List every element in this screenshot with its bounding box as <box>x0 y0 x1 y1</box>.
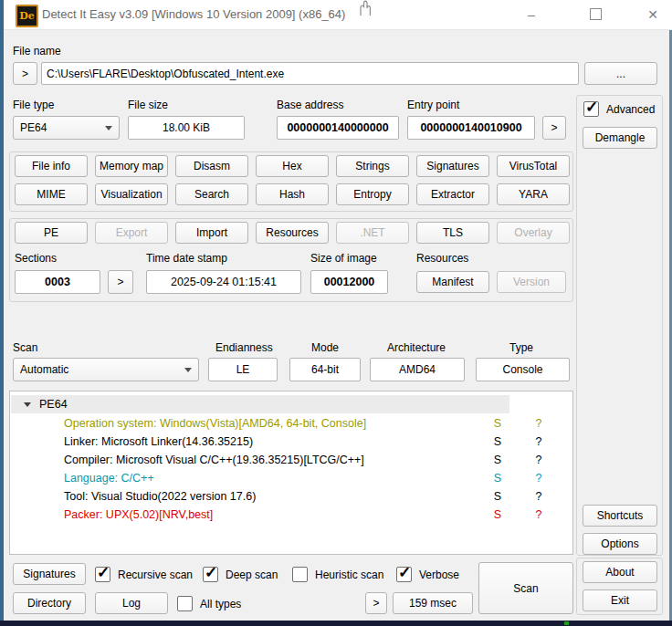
taskbar-artifact <box>564 621 569 625</box>
result-row-linker[interactable]: Linker: Microsoft Linker(14.36.35215) S … <box>11 433 572 451</box>
search-button[interactable]: Search <box>175 183 248 205</box>
yara-button[interactable]: YARA <box>497 183 570 205</box>
maximize-icon[interactable] <box>574 0 616 28</box>
endianness-field[interactable]: LE <box>208 358 278 381</box>
resources-button[interactable]: Resources <box>256 222 329 244</box>
die-logo-icon: De <box>16 5 38 27</box>
shortcuts-button[interactable]: Shortcuts <box>583 505 657 527</box>
resources-label: Resources <box>416 252 468 265</box>
sections-label: Sections <box>15 252 57 265</box>
extractor-button[interactable]: Extractor <box>416 183 489 205</box>
pe-button[interactable]: PE <box>15 222 88 244</box>
deep-scan-checkbox[interactable]: Deep scan <box>203 567 278 582</box>
browse-button[interactable]: ... <box>584 62 657 85</box>
entry-point-field[interactable]: 0000000140010900 <box>407 116 535 140</box>
virustotal-button[interactable]: VirusTotal <box>497 155 570 177</box>
file-path-input[interactable]: C:\Users\FLARE\Desktop\Obfuscated_Intent… <box>41 62 579 85</box>
info-link[interactable]: ? <box>530 508 547 521</box>
result-row-tool[interactable]: Tool: Visual Studio(2022 version 17.6) S… <box>11 487 572 506</box>
log-button[interactable]: Log <box>95 592 168 614</box>
file-size-field[interactable]: 18.00 KiB <box>128 116 245 140</box>
architecture-field[interactable]: AMD64 <box>370 358 465 381</box>
disasm-button[interactable]: Disasm <box>175 155 248 177</box>
result-row-os[interactable]: Operation system: Windows(Vista)[AMD64, … <box>11 414 572 433</box>
exit-button[interactable]: Exit <box>583 589 657 611</box>
all-types-checkbox-box[interactable] <box>177 596 193 611</box>
overlay-button: Overlay <box>497 222 570 244</box>
version-button: Version <box>497 271 566 293</box>
mime-button[interactable]: MIME <box>15 183 88 205</box>
close-icon[interactable]: ✕ <box>632 0 672 28</box>
import-button[interactable]: Import <box>175 222 248 244</box>
scan-button[interactable]: Scan <box>478 562 573 614</box>
options-button[interactable]: Options <box>583 533 657 555</box>
verbose-checkbox[interactable]: Verbose <box>396 567 459 582</box>
recursive-scan-checkbox[interactable]: Recursive scan <box>95 567 193 582</box>
info-link[interactable]: ? <box>530 490 547 503</box>
heuristic-scan-checkbox-box[interactable] <box>292 567 308 582</box>
signatures-button[interactable]: Signatures <box>13 563 86 585</box>
heuristic-scan-checkbox[interactable]: Heuristic scan <box>292 567 383 582</box>
titlebar[interactable]: De Detect It Easy v3.09 [Windows 10 Vers… <box>4 0 672 30</box>
verbose-checkbox-box[interactable] <box>396 567 412 582</box>
visualization-button[interactable]: Visualization <box>95 183 168 205</box>
tree-root-row[interactable]: PE64 <box>11 395 572 413</box>
dropdown-arrow-icon <box>184 368 192 372</box>
result-row-packer[interactable]: Packer: UPX(5.02)[NRV,best] S ? <box>11 506 572 524</box>
info-link[interactable]: ? <box>530 417 547 430</box>
file-type-combo[interactable]: PE64 <box>13 116 120 140</box>
signature-link[interactable]: S <box>489 454 506 466</box>
file-name-label: File name <box>13 45 61 57</box>
deep-scan-checkbox-box[interactable] <box>203 567 218 582</box>
hash-button[interactable]: Hash <box>256 183 329 205</box>
directory-button[interactable]: Directory <box>13 592 86 614</box>
signature-link[interactable]: S <box>489 435 506 448</box>
sections-field[interactable]: 0003 <box>15 270 100 294</box>
results-tree[interactable]: PE64 Operation system: Windows(Vista)[AM… <box>9 391 573 555</box>
hex-button[interactable]: Hex <box>256 155 329 177</box>
info-link[interactable]: ? <box>530 472 547 485</box>
type-field[interactable]: Console <box>476 358 570 381</box>
signature-link[interactable]: S <box>489 508 506 521</box>
base-address-field[interactable]: 0000000140000000 <box>277 116 399 140</box>
about-button[interactable]: About <box>583 561 657 583</box>
dotnet-button: .NET <box>336 222 409 244</box>
info-link[interactable]: ? <box>530 435 547 448</box>
file-info-button[interactable]: File info <box>15 155 88 177</box>
entry-point-arrow-button[interactable]: > <box>542 116 566 140</box>
signature-link[interactable]: S <box>489 472 506 485</box>
mode-field[interactable]: 64-bit <box>289 358 361 381</box>
deep-scan-label: Deep scan <box>226 569 278 581</box>
time-date-stamp-field[interactable]: 2025-09-24 01:15:41 <box>146 270 301 294</box>
scan-method-value: Automatic <box>20 363 68 376</box>
memory-map-button[interactable]: Memory map <box>95 155 168 177</box>
recursive-scan-checkbox-box[interactable] <box>95 567 110 582</box>
elapsed-time-button[interactable]: 159 msec <box>393 592 473 614</box>
tree-expand-down-icon[interactable] <box>24 402 31 407</box>
advanced-checkbox[interactable]: Advanced <box>583 101 655 117</box>
size-of-image-field[interactable]: 00012000 <box>310 270 388 294</box>
advanced-checkbox-box[interactable] <box>583 101 599 117</box>
minimize-icon[interactable]: – <box>510 0 552 28</box>
entropy-button[interactable]: Entropy <box>336 183 409 205</box>
signatures-tool-button[interactable]: Signatures <box>416 155 489 177</box>
scan-method-combo[interactable]: Automatic <box>13 358 199 381</box>
heuristic-scan-label: Heuristic scan <box>315 569 383 581</box>
manifest-button[interactable]: Manifest <box>416 271 489 293</box>
result-row-compiler[interactable]: Compiler: Microsoft Visual C/C++(19.36.3… <box>11 451 572 469</box>
all-types-checkbox[interactable]: All types <box>177 596 241 611</box>
hand-cursor-icon <box>354 0 376 16</box>
result-row-language[interactable]: Language: C/C++ S ? <box>11 469 572 487</box>
strings-button[interactable]: Strings <box>336 155 409 177</box>
tls-button[interactable]: TLS <box>416 222 489 244</box>
signature-link[interactable]: S <box>489 417 506 430</box>
demangle-button[interactable]: Demangle <box>583 127 657 149</box>
file-open-arrow-button[interactable]: > <box>13 62 37 85</box>
info-link[interactable]: ? <box>530 454 547 466</box>
scan-arrow-button[interactable]: > <box>365 592 387 614</box>
mode-label: Mode <box>311 341 339 354</box>
signature-link[interactable]: S <box>489 490 506 503</box>
sections-arrow-button[interactable]: > <box>108 270 133 294</box>
result-text: Compiler: Microsoft Visual C/C++(19.36.3… <box>64 454 364 466</box>
result-text: Operation system: Windows(Vista)[AMD64, … <box>64 417 366 430</box>
